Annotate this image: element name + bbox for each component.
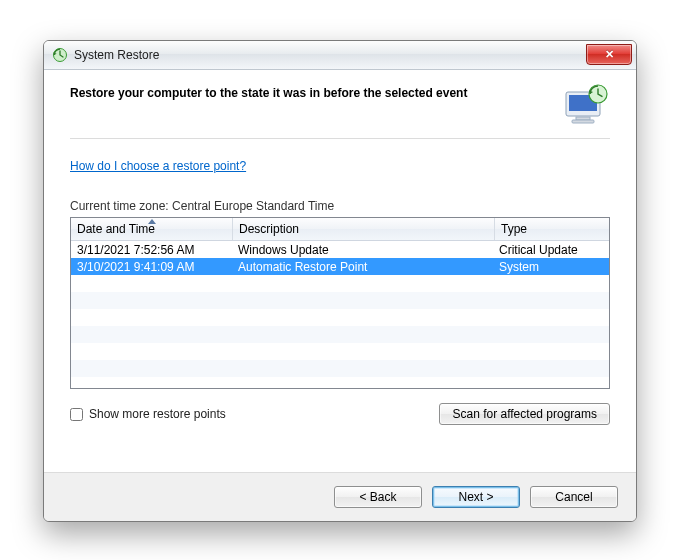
cell-type: System xyxy=(493,260,609,274)
table-row-empty xyxy=(71,309,609,326)
sort-ascending-icon xyxy=(148,219,156,224)
table-body[interactable]: 3/11/2021 7:52:56 AMWindows UpdateCritic… xyxy=(71,241,609,388)
column-header-type[interactable]: Type xyxy=(495,218,609,240)
svg-rect-4 xyxy=(572,120,594,123)
table-row-empty xyxy=(71,292,609,309)
close-button[interactable]: ✕ xyxy=(586,44,632,65)
cell-description: Automatic Restore Point xyxy=(232,260,493,274)
close-icon: ✕ xyxy=(605,49,614,60)
table-row-empty xyxy=(71,275,609,292)
dialog-header: Restore your computer to the state it wa… xyxy=(70,70,610,139)
column-label: Date and Time xyxy=(77,222,155,236)
cancel-button[interactable]: Cancel xyxy=(530,486,618,508)
system-restore-icon xyxy=(52,47,68,63)
table-row[interactable]: 3/11/2021 7:52:56 AMWindows UpdateCritic… xyxy=(71,241,609,258)
column-header-date-time[interactable]: Date and Time xyxy=(71,218,233,240)
cell-date-time: 3/10/2021 9:41:09 AM xyxy=(71,260,232,274)
table-row[interactable]: 3/10/2021 9:41:09 AMAutomatic Restore Po… xyxy=(71,258,609,275)
show-more-checkbox[interactable]: Show more restore points xyxy=(70,407,226,421)
help-link-row: How do I choose a restore point? xyxy=(70,159,610,173)
restore-monitor-icon xyxy=(562,84,610,126)
table-row-empty xyxy=(71,377,609,388)
table-row-empty xyxy=(71,360,609,377)
title-bar: System Restore ✕ xyxy=(44,41,636,70)
show-more-label: Show more restore points xyxy=(89,407,226,421)
system-restore-window: System Restore ✕ Restore your computer t… xyxy=(43,40,637,522)
back-button[interactable]: < Back xyxy=(334,486,422,508)
scan-affected-button[interactable]: Scan for affected programs xyxy=(439,403,610,425)
table-row-empty xyxy=(71,343,609,360)
dialog-body: Restore your computer to the state it wa… xyxy=(44,70,636,472)
column-label: Description xyxy=(239,222,299,236)
column-label: Type xyxy=(501,222,527,236)
cell-date-time: 3/11/2021 7:52:56 AM xyxy=(71,243,232,257)
restore-points-table: Date and Time Description Type 3/11/2021… xyxy=(70,217,610,389)
page-heading: Restore your computer to the state it wa… xyxy=(70,86,562,100)
next-button[interactable]: Next > xyxy=(432,486,520,508)
dialog-footer: < Back Next > Cancel xyxy=(44,472,636,521)
table-header: Date and Time Description Type xyxy=(71,218,609,241)
help-link[interactable]: How do I choose a restore point? xyxy=(70,159,246,173)
table-row-empty xyxy=(71,326,609,343)
window-title: System Restore xyxy=(74,48,159,62)
below-grid-row: Show more restore points Scan for affect… xyxy=(70,403,610,425)
time-zone-label: Current time zone: Central Europe Standa… xyxy=(70,199,610,213)
column-header-description[interactable]: Description xyxy=(233,218,495,240)
cell-type: Critical Update xyxy=(493,243,609,257)
show-more-checkbox-input[interactable] xyxy=(70,408,83,421)
cell-description: Windows Update xyxy=(232,243,493,257)
